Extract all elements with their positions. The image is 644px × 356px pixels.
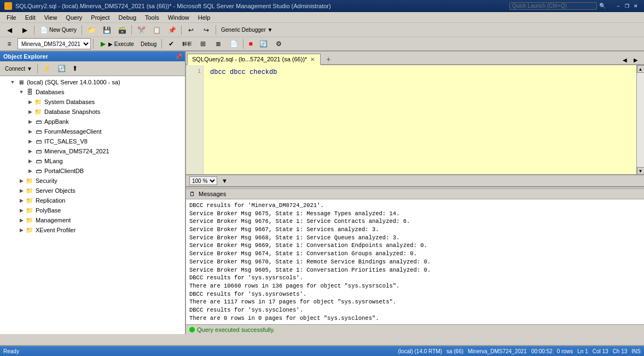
tree-expand-snapshots[interactable]: ▶ [26,108,34,116]
scroll-left-button[interactable]: ◀ [622,55,631,64]
tree-expand-server[interactable]: ▼ [9,78,16,86]
result-line: Service Broker Msg 9674, State 1: Conver… [189,250,641,258]
menu-query[interactable]: Query [61,13,86,22]
query-tab-label: SQLQuery2.sql - (lo...5724_2021 (sa (66)… [192,56,307,62]
management-icon: 📁 [25,216,34,225]
tree-management[interactable]: ▶ 📁 Management [0,215,185,225]
tree-mlang[interactable]: ▶ 🗃 MLang [0,156,185,166]
security-label: Security [36,177,57,184]
polybase-label: PolyBase [36,207,61,214]
tb-back-button[interactable]: ◀ [2,24,16,36]
tree-xevent[interactable]: ▶ 📁 XEvent Profiler [0,225,185,235]
tb-text-button[interactable]: ≣ [211,38,225,50]
tree-expand-mlang[interactable]: ▶ [26,157,34,165]
tree-forum[interactable]: ▶ 🗃 ForumMessageClient [0,127,185,136]
scroll-right-button[interactable]: ▶ [633,55,642,64]
tree-expand-security[interactable]: ▶ [18,177,25,185]
tree-security[interactable]: ▶ 📁 Security [0,176,185,186]
tree-appbank[interactable]: ▶ 🗃 AppBank [0,117,185,127]
query-editor[interactable]: 1 dbcc dbcc checkdb [186,65,636,175]
tree-expand-server-objects[interactable]: ▶ [18,187,25,194]
tb-undo-button[interactable]: ↩ [184,24,198,36]
portal-label: PortalClientDB [44,168,84,174]
scroll-track[interactable] [637,73,644,167]
tree-expand-management[interactable]: ▶ [18,216,25,224]
query-tab[interactable]: SQLQuery2.sql - (lo...5724_2021 (sa (66)… [187,54,321,65]
tb-forward-button[interactable]: ▶ [18,24,32,36]
tb-debugger-button[interactable]: Generic Debugger ▼ [218,24,275,36]
tb-copy-button[interactable]: 📋 [149,24,164,36]
menu-debug[interactable]: Debug [114,13,141,22]
tree-databases[interactable]: ▼ 🗄 Databases [0,87,185,97]
server-icon: 🖥 [16,78,25,87]
menu-window[interactable]: Window [164,13,194,22]
oe-collapse-button[interactable]: ⬆ [69,62,80,74]
oe-connect-button[interactable]: Connect ▼ [2,62,35,74]
success-dot [189,327,195,332]
quick-launch-input[interactable] [509,2,597,10]
editor-scrollbar[interactable]: ▲ ▼ [636,65,644,175]
tree-expand-portal[interactable]: ▶ [26,167,34,175]
tb-list-icon[interactable]: ≡ [2,38,16,50]
tb-redo-button[interactable]: ↪ [199,24,213,36]
tb-save-all-button[interactable]: 🗃️ [115,24,129,36]
status-time: 00:00:52 [531,348,553,354]
add-tab-button[interactable]: + [323,54,333,64]
tree-expand-databases[interactable]: ▼ [18,88,25,96]
tb-new-query-button[interactable]: 📄New Query [37,24,79,36]
menu-tools[interactable]: Tools [141,13,164,22]
editor-content[interactable]: dbcc dbcc checkdb [190,68,632,76]
tb-query-opts-button[interactable]: ⚙ [272,38,286,50]
tree-expand-replication[interactable]: ▶ [18,197,25,204]
tb-grid-button[interactable]: ⊞ [196,38,210,50]
tree-db-snapshots[interactable]: ▶ 📁 Database Snapshots [0,107,185,117]
tb-paste-button[interactable]: 📌 [165,24,179,36]
results-status-strip: Query executed successfully. [186,324,644,334]
tree-server[interactable]: ▼ 🖥 (local) (SQL Server 14.0.1000 - sa) [0,77,185,87]
tree-expand-itc[interactable]: ▶ [26,137,34,145]
tb-file-button[interactable]: 📄 [227,38,241,50]
results-content: DBCC results for 'Minerva_DM8724_2021'.S… [186,199,644,324]
tree-polybase[interactable]: ▶ 📁 PolyBase [0,205,185,215]
tree-itc[interactable]: ▶ 🗃 ITC_SALES_V8 [0,136,185,146]
query-editor-container: 1 dbcc dbcc checkdb ▲ ▼ [186,65,644,175]
zoom-selector[interactable]: 100 % [189,176,217,185]
tb-cut-button[interactable]: ✂️ [134,24,148,36]
menu-edit[interactable]: Edit [21,13,40,22]
debug-button[interactable]: Debug [138,38,159,50]
tree-expand-polybase[interactable]: ▶ [18,206,25,214]
restore-button[interactable]: ❐ [623,2,631,10]
tree-expand-sysdb[interactable]: ▶ [26,98,34,106]
tb-change-db-button[interactable]: 🔄 [257,38,271,50]
tree-expand-forum[interactable]: ▶ [26,128,34,135]
tab-close-button[interactable]: ✕ [309,56,316,62]
tree-expand-xevent[interactable]: ▶ [18,226,25,234]
oe-filter-button[interactable]: ⚡ [40,62,54,74]
oe-pin-icon[interactable]: 📌 [175,54,182,60]
menu-help[interactable]: Help [194,13,215,22]
scroll-up-arrow[interactable]: ▲ [637,65,645,73]
tree-expand-minerva[interactable]: ▶ [26,147,34,155]
tree-expand-appbank[interactable]: ▶ [26,118,34,125]
menu-file[interactable]: File [2,13,21,22]
tree-system-databases[interactable]: ▶ 📁 System Databases [0,97,185,107]
tree-portal[interactable]: ▶ 🗃 PortalClientDB [0,166,185,176]
result-line: Service Broker Msg 9670, State 1: Remote… [189,258,641,266]
tb-save-button[interactable]: 💾 [100,24,114,36]
tree-minerva[interactable]: ▶ 🗃 Minerva_DMS724_2021 [0,146,185,156]
tb-stop-button[interactable]: ■ [246,38,255,50]
minimize-button[interactable]: − [614,2,622,10]
menu-view[interactable]: View [40,13,62,22]
oe-refresh-button[interactable]: 🔃 [55,62,68,74]
database-icon-appbank: 🗃 [34,117,43,126]
tb-parse-button[interactable]: 解析 [179,38,195,50]
tb-check-button[interactable]: ✔ [164,38,178,50]
menu-project[interactable]: Project [86,13,114,22]
close-button[interactable]: ✕ [632,2,640,10]
tree-replication[interactable]: ▶ 📁 Replication [0,196,185,205]
execute-button[interactable]: ▶ ▶ Execute [96,38,137,50]
tb-open-button[interactable]: 📁 [84,24,98,36]
database-selector[interactable]: Minerva_DMS724_2021 [18,38,91,49]
tree-server-objects[interactable]: ▶ 📁 Server Objects [0,186,185,196]
scroll-down-arrow[interactable]: ▼ [637,167,645,175]
